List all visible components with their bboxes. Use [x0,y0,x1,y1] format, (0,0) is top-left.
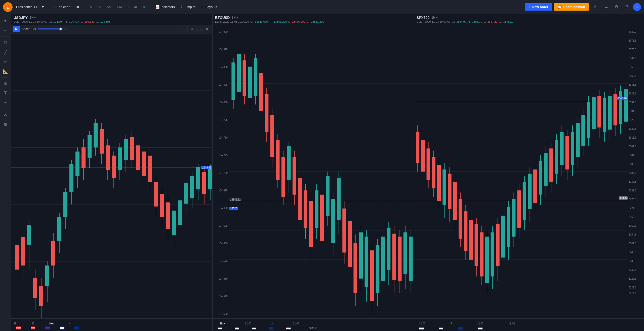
layouts-button[interactable]: ⊞ Layouts [199,4,220,10]
tool-draw[interactable]: ✏ [1,57,10,66]
svg-rect-236 [608,96,612,129]
tf-15m[interactable]: 15M [103,4,113,10]
comparison-button[interactable]: ⇄ [74,4,82,10]
replay-slider-container [38,28,179,29]
flag-eu-3 [458,327,463,330]
chart-spx500-tf[interactable]: 1H ▾ [431,16,437,19]
add-chart-button[interactable]: + Add chart [51,4,73,10]
replay-fast-forward[interactable]: ⟩⟩ [196,26,203,32]
svg-rect-53 [142,152,146,176]
tf-1m[interactable]: 1M [86,4,95,10]
indicators-button[interactable]: 📈 Indicators [153,4,177,10]
flag-jp [16,326,21,329]
replay-slider-thumb[interactable] [59,27,62,30]
replay-step-back[interactable]: ⟨| [181,26,188,32]
svg-rect-210 [539,161,542,194]
svg-rect-170 [432,157,435,188]
chart-btcusd-tf[interactable]: 1H ▾ [232,16,238,19]
tf-5m[interactable]: 5M [95,4,103,10]
share-label: Share opinion [563,5,585,9]
chart-btcusd-body: 104.900 104.875 104.850 104.825 104.800 … [213,25,414,318]
avatar[interactable]: U [633,3,641,11]
svg-rect-137 [370,250,374,301]
share-icon: 💬 [558,5,562,9]
svg-rect-49 [130,137,134,160]
replay-play-button[interactable]: ▶ [13,26,20,32]
main-area: + ↔ □ ╱ ✏ 📐 ⊞ T 〜 👁 🗑 USDJPY 1H ▾ [0,14,644,331]
tool-measure[interactable]: 📐 [1,67,10,76]
chart-spx500-canvas[interactable]: 3348.20 13325 [414,25,628,318]
replay-step-forward[interactable]: |⟩ [189,26,195,32]
chart-spx500-ohlc: Date: 2020-11-03 10:00:00 O: 3354.90 H: … [417,20,641,23]
tf-30m[interactable]: 30M [113,4,124,10]
chart-btcusd-canvas[interactable]: 13542.12 13325 [229,25,414,318]
tf-1h[interactable]: 1H [124,4,132,10]
svg-rect-226 [581,115,585,146]
flag-au [60,326,64,329]
topbar: 🔥 Presidential El... ▼ + Add chart ⇄ 1M … [0,0,644,14]
tool-trash[interactable]: 🗑 [1,120,10,129]
replay-slider[interactable] [38,28,68,29]
separator-2 [84,4,84,11]
spx500-open: 3354.90 [456,20,466,23]
spx500-crosshair-price: 13325 [619,196,628,200]
svg-rect-218 [560,132,564,165]
svg-rect-37 [94,123,98,147]
svg-rect-97 [259,73,263,111]
svg-rect-117 [315,190,318,228]
logo-button[interactable]: 🔥 [3,2,13,12]
chart-usdjpy-tf[interactable]: 1H ▾ [30,16,36,19]
cloud-button[interactable]: ☁ [601,3,610,12]
add-chart-label: + Add chart [54,5,70,9]
svg-rect-41 [106,145,110,170]
new-order-button[interactable]: + New order [525,3,552,11]
svg-rect-133 [359,233,363,279]
svg-rect-39 [100,129,104,154]
flag-au-2 [286,327,291,330]
svg-rect-204 [522,182,526,220]
flag-us-1 [45,326,50,329]
svg-rect-43 [112,156,116,178]
help-button[interactable]: ? [622,3,631,12]
svg-rect-216 [555,140,558,174]
chart-spx500-timeline: 12:00 4 12:00 11:00 [414,318,644,331]
svg-rect-25 [57,217,61,241]
svg-rect-123 [331,199,335,243]
settings-button[interactable]: ⚙ [612,3,621,12]
flag-row-1 [11,326,212,330]
svg-rect-147 [398,237,402,281]
chart-btcusd-symbol: BTCUSD [215,16,230,20]
chart-btcusd: BTCUSD 1H ▾ Date: 2020-11-03 10:00:00 O:… [213,14,414,331]
usdjpy-date-val: 2020-11-03 10:00:00 [22,20,47,23]
brand-label: Presidential El... [16,5,40,9]
jump-to-button[interactable]: ⤵ Jump to [178,4,198,10]
share-opinion-button[interactable]: 💬 Share opinion [554,3,589,11]
svg-rect-186 [474,224,478,266]
font-button[interactable]: A [591,3,600,12]
svg-rect-242 [624,89,628,122]
replay-close[interactable]: ✕ [204,26,210,32]
svg-rect-121 [326,176,330,216]
chart-usdjpy-canvas[interactable]: 104.693 [11,34,212,318]
svg-rect-228 [587,102,590,138]
tool-line[interactable]: ╱ [1,48,10,57]
btcusd-date-val: 2020-11-03 10:00:00 [223,20,249,23]
tool-rectangle[interactable]: □ [1,38,10,47]
svg-rect-222 [571,132,574,165]
tf-1d[interactable]: 1D [140,4,149,10]
tool-text[interactable]: T [1,89,10,98]
tool-crosshair[interactable]: + [1,16,10,25]
svg-rect-45 [118,147,122,170]
tf-4h[interactable]: 4H [132,4,140,10]
svg-rect-127 [342,209,346,253]
usdjpy-close: 104.693 [100,20,110,23]
svg-rect-176 [448,174,451,209]
chart-usdjpy-ohlc: Date: 2020-11-03 10:00:00 O: 104.704 H: … [14,20,210,23]
svg-rect-29 [69,164,73,192]
flag-us-3 [478,327,482,330]
tool-brush[interactable]: 〜 [1,98,10,107]
brand-selector[interactable]: Presidential El... ▼ [14,4,47,10]
tool-move[interactable]: ↔ [1,26,10,35]
tool-patterns[interactable]: ⊞ [1,79,10,88]
tool-eye[interactable]: 👁 [1,111,10,120]
